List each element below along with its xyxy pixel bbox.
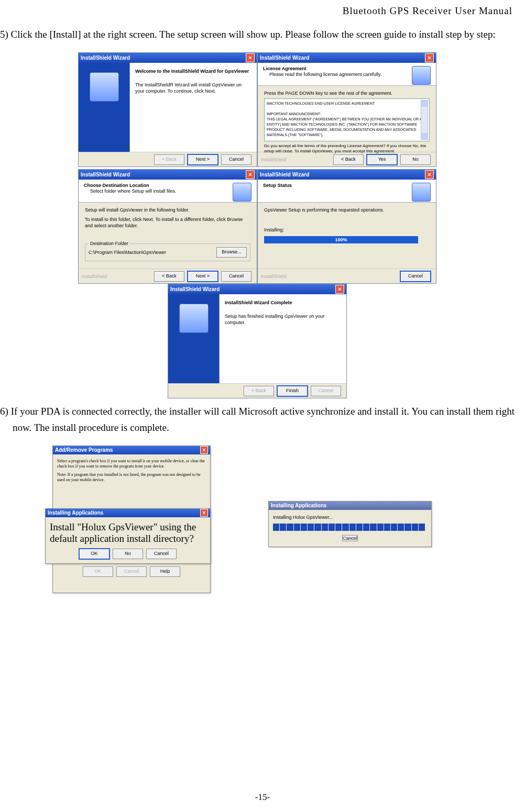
- eula-text: MACTION TECHNOLOGIES END-USER LICENSE AG…: [267, 102, 424, 141]
- box-icon: [233, 183, 251, 202]
- wizard-titlebar: InstallShield Wizard ×: [79, 170, 257, 180]
- cancel-button[interactable]: Cancel: [221, 154, 251, 165]
- footer-label: InstallShield: [79, 274, 107, 279]
- close-icon[interactable]: ×: [200, 446, 208, 454]
- box-icon: [412, 66, 431, 85]
- wizard-title-text: InstallShield Wizard: [260, 53, 309, 63]
- wizard-complete-shot: InstallShield Wizard × InstallShield Wiz…: [168, 284, 347, 398]
- status-line2: Installing:: [264, 227, 430, 233]
- wizard-titlebar: InstallShield Wizard ×: [79, 53, 257, 63]
- installing-text: Installing Holux GpsViewer...: [273, 514, 427, 520]
- no-button[interactable]: No: [400, 154, 431, 165]
- cancel-button[interactable]: Cancel: [146, 549, 177, 559]
- progress-bar: 100%: [264, 236, 420, 243]
- browse-button[interactable]: Browse...: [216, 247, 247, 258]
- step-5-text: 5) Click the [Install] at the right scre…: [0, 27, 515, 42]
- wizard-title-text: InstallShield Wizard: [81, 170, 130, 180]
- ok-button: OK: [83, 566, 113, 577]
- arp-title: Add/Remove Programs: [55, 446, 113, 454]
- cancel-button[interactable]: Cancel: [221, 271, 251, 282]
- footer-label: InstallShield: [258, 274, 287, 279]
- next-button[interactable]: Next >: [188, 271, 218, 282]
- wizard-welcome-shot: InstallShield Wizard × Welcome to the In…: [78, 52, 257, 167]
- cancel-button[interactable]: Cancel: [342, 535, 358, 541]
- no-button[interactable]: No: [113, 549, 143, 559]
- wizard-titlebar: InstallShield Wizard ×: [258, 53, 436, 63]
- installing-apps-title: Installing Applications: [271, 502, 326, 510]
- back-button: < Back: [244, 386, 274, 396]
- arp-line2: Note: If a program that you installed is…: [57, 472, 206, 483]
- wizard-title-text: InstallShield Wizard: [260, 170, 309, 180]
- install-question: Install "Holux GpsViewer" using the defa…: [50, 521, 206, 544]
- progress-fill: 100%: [264, 236, 418, 243]
- ok-button[interactable]: OK: [79, 549, 110, 559]
- welcome-heading: Welcome to the InstallShield Wizard for …: [135, 68, 251, 74]
- close-icon[interactable]: ×: [425, 170, 434, 179]
- cancel-button: Cancel: [311, 386, 341, 396]
- scrollbar-icon[interactable]: [421, 100, 428, 140]
- close-icon[interactable]: ×: [246, 170, 255, 179]
- wizard-side-panel: [79, 63, 130, 152]
- step-6-text: 6) If your PDA is connected correctly, t…: [0, 404, 515, 436]
- cancel-button[interactable]: Cancel: [400, 271, 431, 282]
- wizard-side-panel: [168, 294, 220, 383]
- welcome-body-text: The InstallShieldR Wizard will install G…: [135, 82, 251, 94]
- dest-path: C:\Program Files\Maction\GpsViewer: [89, 249, 166, 255]
- wizard-status-shot: InstallShield Wizard × Setup Status GpsV…: [257, 169, 436, 284]
- back-button[interactable]: < Back: [333, 154, 364, 165]
- dest-line1: Setup will install GpsViewer in the foll…: [85, 207, 250, 213]
- installing-apps-title: Installing Applications: [48, 509, 103, 517]
- destination-heading: Choose Destination Location: [84, 183, 177, 188]
- wizard-title-text: InstallShield Wizard: [170, 284, 220, 294]
- wizard-titlebar: InstallShield Wizard ×: [258, 170, 436, 180]
- complete-heading: InstallShield Wizard Complete: [225, 299, 341, 306]
- back-button[interactable]: < Back: [154, 271, 184, 282]
- dest-line2: To install to this folder, click Next. T…: [85, 216, 250, 229]
- cancel-button: Cancel: [116, 566, 147, 577]
- eula-textbox[interactable]: MACTION TECHNOLOGIES END-USER LICENSE AG…: [264, 98, 430, 141]
- yes-button[interactable]: Yes: [367, 154, 397, 165]
- wizard-title-text: InstallShield Wizard: [81, 53, 130, 63]
- wizard-titlebar: InstallShield Wizard ×: [168, 284, 346, 294]
- destination-subtext: Select folder where Setup will install f…: [84, 188, 177, 194]
- status-heading: Setup Status: [263, 183, 292, 188]
- close-icon[interactable]: ×: [200, 509, 208, 517]
- wizard-license-shot: InstallShield Wizard × License Agreement…: [257, 52, 436, 167]
- box-icon: [179, 304, 209, 333]
- add-remove-stack: Add/Remove Programs × Select a program's…: [52, 446, 211, 603]
- finish-button[interactable]: Finish: [277, 386, 308, 396]
- status-line1: GpsViewer Setup is performing the reques…: [264, 207, 430, 213]
- segmented-progress-bar: [273, 524, 425, 531]
- complete-body: Setup has finished installing GpsViewer …: [225, 313, 341, 326]
- installing-progress-dialog: Installing Applications Installing Holux…: [268, 501, 432, 547]
- wizard-destination-shot: InstallShield Wizard × Choose Destinatio…: [78, 169, 257, 284]
- box-icon: [90, 72, 119, 102]
- license-heading: License Agreement: [263, 66, 381, 72]
- license-hint: Press the PAGE DOWN key to see the rest …: [264, 90, 430, 96]
- page-number: -15-: [0, 792, 525, 803]
- close-icon[interactable]: ×: [335, 285, 344, 294]
- footer-label: InstallShield: [258, 157, 287, 162]
- box-icon: [412, 183, 431, 202]
- close-icon[interactable]: ×: [246, 53, 255, 62]
- next-button[interactable]: Next >: [188, 154, 218, 165]
- license-subtext: Please read the following license agreem…: [263, 72, 381, 77]
- close-icon[interactable]: ×: [425, 53, 434, 62]
- dest-group-legend: Destination Folder: [89, 240, 130, 247]
- arp-line1: Select a program's check box if you want…: [57, 459, 206, 469]
- back-button: < Back: [154, 154, 184, 165]
- page-header-title: Bluetooth GPS Receiver User Manual: [0, 5, 515, 17]
- help-button[interactable]: Help: [150, 566, 180, 577]
